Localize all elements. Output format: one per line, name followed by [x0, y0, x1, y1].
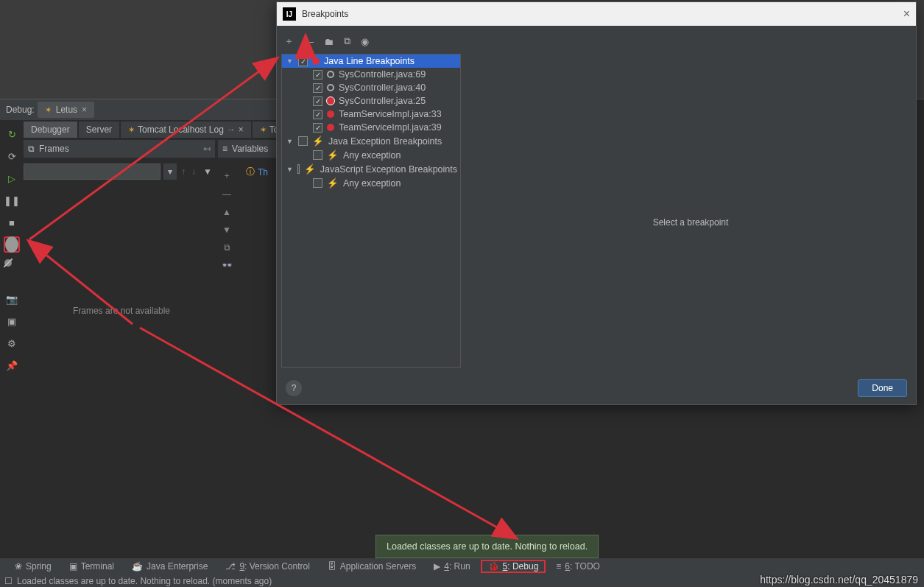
- filter-icon[interactable]: ▼: [200, 166, 215, 177]
- update-icon[interactable]: ⟳: [4, 148, 20, 164]
- view-breakpoints-button[interactable]: [4, 236, 20, 253]
- checkbox[interactable]: [313, 123, 322, 133]
- breakpoint-item[interactable]: TeamServiceImpl.java:33: [282, 108, 460, 121]
- java-exception-group[interactable]: ▼ ⚡ Java Exception Breakpoints: [282, 134, 460, 148]
- group-by-file-icon[interactable]: 🖿: [324, 36, 334, 47]
- close-icon[interactable]: ×: [903, 7, 910, 21]
- tool-applicationservers[interactable]: 🗄Application Servers: [320, 560, 423, 573]
- stop-icon[interactable]: ■: [4, 214, 20, 231]
- tomcat-icon: ✶: [260, 125, 267, 135]
- variables-icon: ≡: [222, 144, 228, 154]
- frames-thread-row: ▾ ↑ ↓ ▼: [24, 164, 215, 180]
- checkbox[interactable]: [298, 57, 308, 66]
- checkbox[interactable]: [313, 83, 322, 93]
- frames-icon: ⧉: [28, 144, 35, 154]
- checkbox[interactable]: [313, 70, 322, 80]
- item-label: SysController.java:69: [339, 69, 426, 80]
- breakpoint-tree[interactable]: ▼ Java Line Breakpoints SysController.ja…: [281, 54, 461, 368]
- status-text: Loaded classes are up to date. Nothing t…: [17, 576, 272, 586]
- mute-breakpoints-icon[interactable]: [4, 259, 20, 275]
- chevron-down-icon[interactable]: ▼: [286, 138, 294, 145]
- leaf-icon: ❀: [15, 561, 22, 572]
- debug-side-toolbar: ↻ ⟳ ▷ ❚❚ ■ 📷 ▣ ⚙ 📌: [0, 122, 24, 373]
- breakpoint-icon: [312, 57, 320, 65]
- tool-spring[interactable]: ❀Spring: [7, 560, 59, 573]
- status-icon: ☐: [4, 576, 13, 586]
- breakpoint-item[interactable]: SysController.java:25: [282, 94, 460, 108]
- breakpoint-item[interactable]: SysController.java:40: [282, 81, 460, 94]
- help-button[interactable]: ?: [286, 380, 302, 396]
- remove-breakpoint-icon[interactable]: —: [304, 36, 314, 47]
- dialog-title: Breakpoints: [302, 9, 348, 19]
- tool-versioncontrol[interactable]: ⎇9: Version Control: [218, 560, 317, 573]
- bottom-toolbar: ❀Spring▣Terminal☕Java Enterprise⎇9: Vers…: [0, 558, 924, 574]
- tab-server[interactable]: Server: [79, 122, 119, 138]
- breakpoint-toolbar: ＋ — 🖿 ⧉ ◉: [281, 33, 461, 54]
- group-by-class-icon[interactable]: ⧉: [344, 35, 350, 47]
- breakpoint-item[interactable]: TeamServiceImpl.java:39: [282, 121, 460, 134]
- item-label: TeamServiceImpl.java:39: [339, 122, 442, 133]
- settings-icon[interactable]: ⚙: [4, 335, 20, 351]
- watermark: https://blog.csdn.net/qq_20451879: [760, 574, 918, 586]
- layout-icon[interactable]: ▣: [4, 313, 20, 329]
- checkbox[interactable]: [313, 96, 322, 106]
- bolt-icon: ⚡: [304, 164, 316, 175]
- checkbox[interactable]: [297, 164, 300, 174]
- group-label: Java Exception Breakpoints: [328, 136, 442, 147]
- item-label: TeamServiceImpl.java:33: [339, 109, 442, 119]
- frames-header: ⧉ Frames ↤: [24, 140, 215, 158]
- pause-icon[interactable]: ❚❚: [4, 192, 20, 208]
- java-line-breakpoints-group[interactable]: ▼ Java Line Breakpoints: [282, 55, 460, 68]
- item-label: SysController.java:25: [339, 96, 426, 106]
- rerun-icon[interactable]: ↻: [4, 126, 20, 142]
- any-exception-item[interactable]: ⚡ Any exception: [282, 176, 460, 190]
- checkbox[interactable]: [298, 136, 308, 146]
- pin-icon[interactable]: 📌: [4, 357, 20, 373]
- chevron-down-icon[interactable]: ▼: [286, 57, 294, 65]
- thread-dropdown[interactable]: [24, 164, 161, 180]
- term-icon: ▣: [69, 561, 77, 572]
- tool-javaenterprise[interactable]: ☕Java Enterprise: [124, 560, 215, 573]
- tab-debugger[interactable]: Debugger: [24, 122, 77, 138]
- glasses-icon[interactable]: 👓: [222, 260, 233, 270]
- tool-todo[interactable]: ≡6: TODO: [549, 560, 607, 573]
- group-icon[interactable]: ◉: [361, 36, 369, 47]
- tab-tomcat-log[interactable]: ✶ Tomcat Localhost Log → ×: [121, 122, 251, 138]
- close-icon[interactable]: ×: [239, 124, 244, 135]
- next-icon[interactable]: ↓: [190, 166, 197, 177]
- tool-terminal[interactable]: ▣Terminal: [62, 560, 121, 573]
- add-watch-icon[interactable]: ＋: [222, 169, 231, 182]
- breakpoint-item[interactable]: SysController.java:69: [282, 68, 460, 81]
- tool-run[interactable]: ▶4: Run: [426, 560, 477, 573]
- previous-frame-icon[interactable]: ↤: [203, 144, 211, 154]
- debug-subtabs: Debugger Server ✶ Tomcat Localhost Log →…: [24, 120, 294, 139]
- checkbox[interactable]: [313, 150, 322, 160]
- th-text: Th: [258, 167, 268, 177]
- dialog-body: ＋ — 🖿 ⧉ ◉ ▼ Java Line Breakpoints SysCon…: [277, 26, 916, 372]
- any-exception-item[interactable]: ⚡ Any exception: [282, 148, 460, 162]
- variables-header: ≡ Variables: [218, 140, 277, 158]
- resume-icon[interactable]: ▷: [4, 170, 20, 186]
- spacer: [4, 281, 20, 285]
- group-label: JavaScript Exception Breakpoints: [320, 164, 457, 175]
- frames-empty-text: Frames are not available: [29, 306, 214, 316]
- move-up-icon[interactable]: ▲: [222, 207, 231, 217]
- prev-icon[interactable]: ↑: [180, 166, 187, 177]
- disabled-breakpoint-icon: [327, 71, 334, 78]
- frames-title: Frames: [39, 144, 69, 154]
- copy-icon[interactable]: ⧉: [224, 242, 230, 253]
- dropdown-arrow-icon[interactable]: ▾: [163, 164, 177, 180]
- move-down-icon[interactable]: ▼: [222, 225, 231, 235]
- breakpoint-icon: [327, 124, 334, 131]
- add-breakpoint-icon[interactable]: ＋: [284, 35, 294, 48]
- js-exception-group[interactable]: ▼ ⚡ JavaScript Exception Breakpoints: [282, 162, 460, 176]
- close-icon[interactable]: ×: [82, 105, 87, 115]
- chevron-down-icon[interactable]: ▼: [286, 166, 293, 173]
- debug-config-tab[interactable]: ✶ Letus ×: [38, 102, 94, 118]
- done-button[interactable]: Done: [858, 379, 907, 397]
- checkbox[interactable]: [313, 110, 322, 119]
- camera-icon[interactable]: 📷: [4, 291, 20, 307]
- checkbox[interactable]: [313, 178, 322, 188]
- remove-watch-icon[interactable]: —: [222, 189, 231, 200]
- tool-debug[interactable]: 🐞5: Debug: [481, 560, 546, 573]
